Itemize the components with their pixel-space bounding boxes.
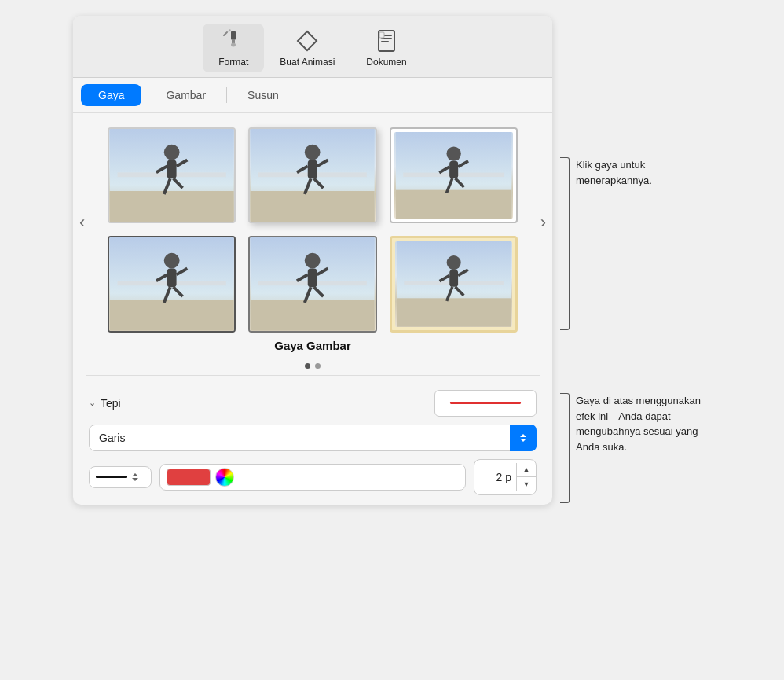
svg-rect-9 (381, 41, 389, 42)
toolbar-dokumen-label: Dokumen (366, 57, 406, 68)
color-wheel-button[interactable] (215, 468, 234, 487)
toolbar-animasi-label: Buat Animasi (280, 57, 335, 68)
annotation-text-1: Klik gaya untuk menerapkannya. (570, 157, 711, 188)
svg-point-41 (164, 253, 180, 269)
svg-point-14 (164, 145, 180, 160)
red-line-preview (450, 402, 521, 404)
tepi-preview (434, 390, 537, 417)
document-icon (374, 28, 399, 53)
style-grid (108, 127, 518, 333)
svg-point-59 (446, 256, 460, 270)
dot-2[interactable] (315, 363, 321, 369)
nav-arrow-right[interactable]: › (534, 209, 552, 236)
style-thumb-1[interactable] (108, 127, 236, 223)
svg-rect-24 (308, 160, 317, 178)
toolbar-buat-animasi[interactable]: Buat Animasi (264, 24, 350, 72)
style-thumb-3[interactable] (390, 127, 518, 223)
style-thumb-5[interactable] (248, 236, 376, 332)
annotation-sidebar: Klik gaya untuk menerapkannya. Gaya di a… (552, 79, 711, 503)
tepi-section: ⌄ Tepi Garis Dashed Dotted None (73, 382, 552, 505)
svg-rect-42 (167, 269, 177, 288)
toolbar: Format Buat Animasi Dokumen (73, 16, 552, 78)
tepi-header: ⌄ Tepi (89, 390, 537, 417)
garis-select[interactable]: Garis Dashed Dotted None (89, 425, 537, 451)
nav-arrow-left[interactable]: ‹ (73, 209, 91, 236)
size-value: 2 p (481, 471, 515, 483)
svg-rect-30 (396, 190, 511, 219)
dot-1[interactable] (305, 363, 310, 369)
toolbar-dokumen[interactable]: Dokumen (350, 24, 422, 72)
toolbar-format-label: Format (218, 57, 248, 68)
svg-marker-68 (132, 478, 138, 481)
page-dots (73, 363, 552, 369)
tab-susun[interactable]: Susun (230, 84, 296, 106)
style-section-title: Gaya Gambar (73, 333, 552, 355)
svg-rect-3 (228, 29, 231, 32)
tepi-label: Tepi (101, 397, 121, 410)
tab-divider (145, 87, 145, 103)
diamond-icon (295, 28, 320, 53)
section-divider (86, 375, 540, 376)
style-grid-section: ‹ (73, 113, 552, 333)
annotation-group-2: Gaya di atas menggunakan efek ini—Anda d… (560, 393, 711, 503)
toolbar-format[interactable]: Format (203, 24, 264, 72)
svg-rect-15 (167, 160, 177, 178)
svg-rect-33 (449, 161, 458, 178)
svg-rect-57 (397, 299, 511, 327)
garis-select-container: Garis Dashed Dotted None (89, 425, 537, 451)
svg-line-4 (224, 32, 227, 35)
color-swatch (167, 469, 211, 486)
tepi-label-row: ⌄ Tepi (89, 397, 121, 410)
svg-rect-12 (110, 191, 234, 222)
color-control[interactable] (159, 464, 466, 491)
svg-point-2 (231, 43, 236, 47)
bracket-2 (560, 393, 570, 503)
svg-marker-67 (132, 473, 138, 476)
style-thumb-4[interactable] (108, 236, 236, 332)
stepper-down[interactable]: ▼ (517, 477, 536, 491)
svg-point-23 (305, 145, 321, 160)
svg-rect-10 (379, 32, 384, 38)
annotation-group-1: Klik gaya untuk menerapkannya. (560, 157, 711, 330)
svg-rect-48 (251, 300, 375, 330)
style-thumb-6[interactable] (390, 236, 518, 332)
bracket-1 (560, 157, 570, 330)
stepper-up[interactable]: ▲ (517, 463, 536, 477)
svg-marker-5 (298, 31, 317, 50)
line-style-preview (96, 476, 127, 478)
svg-point-32 (446, 146, 460, 160)
chevron-down-icon: ⌄ (89, 398, 96, 408)
paintbrush-icon (221, 28, 246, 53)
size-control: 2 p ▲ ▼ (474, 459, 537, 495)
tab-bar: Gaya Gambar Susun (73, 78, 552, 113)
svg-point-50 (305, 253, 321, 269)
tab-divider-2 (226, 87, 227, 103)
line-style-arrows-icon (130, 472, 140, 483)
garis-row: Garis Dashed Dotted None (89, 425, 537, 451)
svg-rect-60 (449, 270, 458, 288)
svg-rect-39 (110, 300, 234, 330)
svg-rect-51 (308, 269, 317, 288)
size-stepper: ▲ ▼ (516, 463, 536, 491)
tab-gaya[interactable]: Gaya (81, 84, 141, 106)
tab-gambar[interactable]: Gambar (148, 84, 223, 106)
annotation-text-2: Gaya di atas menggunakan efek ini—Anda d… (570, 393, 711, 454)
style-thumb-2[interactable] (248, 127, 376, 223)
controls-row: 2 p ▲ ▼ (89, 459, 537, 495)
svg-rect-21 (251, 191, 375, 222)
line-style-select[interactable] (89, 466, 152, 488)
